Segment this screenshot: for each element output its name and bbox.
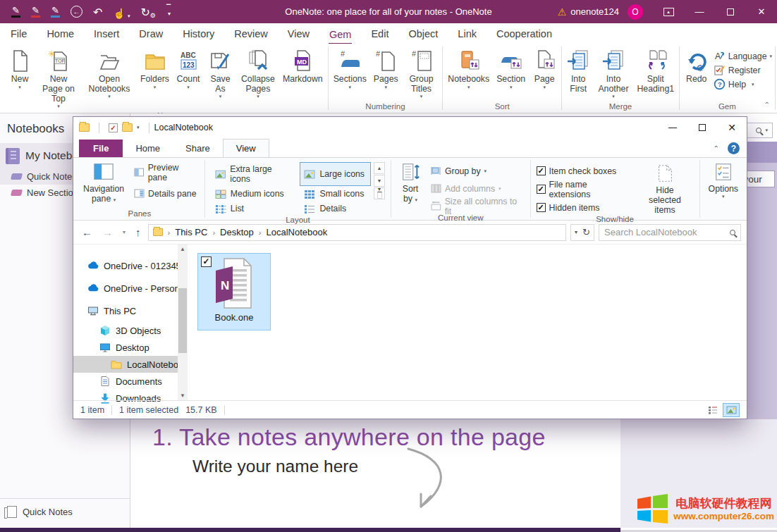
sort-notebooks-button[interactable]: Notebooks▾ [444, 47, 493, 92]
open-notebooks-button[interactable]: Open Notebooks▾ [82, 47, 137, 101]
file-tile-book-one[interactable]: ✓ N Book.one [197, 253, 271, 330]
count-button[interactable]: ABC123 Count▾ [173, 47, 204, 92]
language-button[interactable]: A Language▾ [714, 50, 772, 62]
add-columns-button[interactable]: Add columns▾ [431, 181, 525, 196]
redo-button[interactable]: ⚙ Redo [681, 47, 712, 85]
up-icon[interactable]: ↑ [133, 226, 144, 238]
quick-notes-footer-button[interactable]: Quick Notes [0, 498, 130, 524]
account-name[interactable]: onenote124 [570, 6, 619, 17]
close-button[interactable]: ✕ [746, 0, 777, 23]
help-button[interactable]: ? Help▾ [714, 78, 772, 90]
save-as-button[interactable]: Save As▾ [204, 47, 237, 101]
tab-file[interactable]: File [79, 140, 123, 157]
sort-section-button[interactable]: Section▾ [493, 47, 529, 92]
details-view-toggle[interactable] [704, 403, 721, 417]
menu-home[interactable]: Home [46, 27, 75, 41]
merge-into-first-button[interactable]: Into First [563, 47, 593, 95]
avatar[interactable]: O [628, 4, 643, 20]
tab-view[interactable]: View [223, 139, 269, 157]
menu-file[interactable]: File [10, 27, 27, 41]
size-all-columns-button[interactable]: Size all columns to fit [431, 199, 525, 214]
maximize-button[interactable] [687, 117, 717, 138]
sort-by-button[interactable]: Sort by ▾ [397, 162, 424, 204]
menu-history[interactable]: History [182, 27, 215, 41]
collapse-ribbon-icon[interactable]: ⌃ [764, 101, 770, 109]
menu-review[interactable]: Review [233, 27, 269, 41]
menu-link[interactable]: Link [457, 27, 477, 41]
scrollbar-thumb[interactable] [178, 288, 187, 353]
crumb-this-pc[interactable]: This PC [175, 227, 207, 237]
back-icon[interactable]: ← [71, 6, 82, 18]
details-pane-button[interactable]: Details pane [134, 186, 199, 201]
layout-gallery-scroll[interactable]: ▲ ▼ ▼ [374, 162, 385, 199]
crumb-localnotebook[interactable]: LocalNotebook [266, 227, 327, 237]
layout-medium-icons[interactable]: Medium icons [211, 187, 299, 201]
undo-icon[interactable]: ↶ [93, 5, 102, 19]
help-icon[interactable]: ? [728, 142, 740, 154]
group-by-button[interactable]: Group by▾ [431, 163, 525, 178]
new-button[interactable]: New▾ [4, 47, 35, 92]
new-folder-icon[interactable] [122, 123, 133, 132]
menu-cooperation[interactable]: Cooperation [496, 27, 553, 41]
warning-icon[interactable]: ⚠ [558, 6, 567, 18]
tab-home[interactable]: Home [123, 140, 173, 157]
forward-icon[interactable]: → [99, 226, 116, 238]
minimize-button[interactable]: — [684, 0, 715, 23]
group-titles-numbering-button[interactable]: # Group Titles▾ [402, 47, 441, 101]
pen-black-icon[interactable]: ✎ [11, 6, 20, 18]
search-input[interactable] [604, 227, 730, 237]
navigation-pane-button[interactable]: Navigation pane ▾ [80, 162, 127, 204]
preview-pane-button[interactable]: Preview pane [134, 165, 199, 180]
page-title[interactable]: 1. Take notes anywhere on the page [152, 423, 546, 451]
nav-scrollbar[interactable]: ▲ ▼ [178, 245, 188, 400]
item-checkbox-checked[interactable]: ✓ [201, 256, 212, 267]
sort-page-button[interactable]: Page▾ [529, 47, 560, 92]
back-icon[interactable]: ← [79, 226, 95, 238]
ribbon-display-options-icon[interactable]: ▴ [653, 0, 684, 23]
close-button[interactable]: ✕ [717, 117, 747, 138]
explorer-search-box[interactable] [599, 224, 741, 241]
address-dropdown-icon[interactable]: ▾ [575, 229, 577, 235]
nav-item-documents[interactable]: Documents [73, 373, 178, 390]
minimize-button[interactable]: — [658, 117, 687, 138]
properties-icon[interactable]: ✓ [109, 123, 118, 132]
item-check-boxes-checkbox[interactable]: ✓ Item check boxes [537, 163, 630, 178]
scroll-down-icon[interactable]: ▼ [178, 392, 188, 399]
refresh-icon[interactable]: ↻ [582, 227, 590, 237]
markdown-button[interactable]: MD Markdown [279, 47, 326, 85]
page-hint-text[interactable]: Write your name here [192, 457, 358, 476]
options-button[interactable]: Options ▾ [706, 162, 741, 199]
sections-numbering-button[interactable]: # Sections▾ [330, 47, 370, 92]
menu-draw[interactable]: Draw [138, 27, 164, 41]
layout-small-icons[interactable]: Small icons [300, 187, 371, 201]
menu-edit[interactable]: Edit [370, 27, 389, 41]
merge-into-another-button[interactable]: Into Another▾ [593, 47, 634, 101]
redo-settings-icon[interactable]: ↻⚙ [140, 5, 155, 19]
nav-item-this-pc[interactable]: This PC [73, 299, 178, 322]
customize-qat-icon[interactable]: ▾ [137, 125, 140, 130]
explorer-files-area[interactable]: ✓ N Book.one [188, 245, 747, 400]
hide-selected-items-button[interactable]: Hide selected items [636, 162, 693, 215]
layout-large-icons[interactable]: Large icons [300, 162, 371, 186]
menu-insert[interactable]: Insert [93, 27, 120, 41]
new-page-on-top-button[interactable]: TOP✳ New Page on Top▾ [35, 47, 82, 111]
nav-item-onedrive-1[interactable]: OneDrive - 012345 [73, 254, 178, 277]
pages-numbering-button[interactable]: # Pages▾ [370, 47, 402, 92]
pen-blue-icon[interactable]: ✎ [51, 6, 60, 18]
file-name-extensions-checkbox[interactable]: ✓ File name extensions [537, 182, 630, 197]
folders-button[interactable]: Folders▾ [137, 47, 173, 92]
nav-item-onedrive-2[interactable]: OneDrive - Person [73, 277, 178, 299]
touch-mode-icon[interactable]: ☝▾ [113, 5, 130, 19]
collapse-pages-button[interactable]: Collapse Pages▾ [237, 47, 279, 101]
register-button[interactable]: Register [714, 64, 772, 76]
customize-qat-icon[interactable]: ▔▾ [166, 5, 171, 19]
scroll-up-icon[interactable]: ▲ [178, 246, 188, 252]
recent-locations-icon[interactable]: ▾ [120, 229, 128, 235]
menu-view[interactable]: View [287, 27, 310, 41]
nav-item-desktop[interactable]: Desktop [73, 339, 178, 356]
layout-list[interactable]: List [211, 202, 299, 216]
menu-object[interactable]: Object [408, 27, 439, 41]
layout-extra-large-icons[interactable]: Extra large icons [211, 162, 299, 186]
pen-red-icon[interactable]: ✎ [31, 6, 40, 18]
nav-item-3d-objects[interactable]: 3D Objects [73, 322, 178, 339]
